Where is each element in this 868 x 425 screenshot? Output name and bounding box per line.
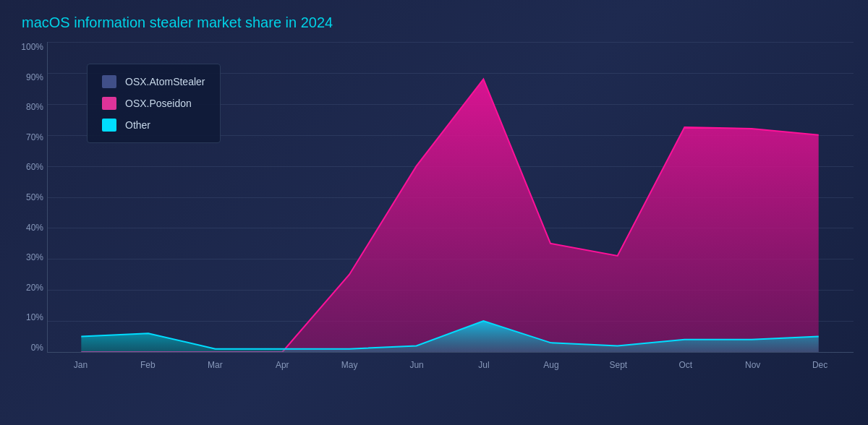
x-label-jan: Jan [47,360,114,370]
y-label-100: 100% [14,42,47,52]
chart-container: macOS information stealer market share i… [0,0,868,425]
legend-label-other: Other [125,119,150,131]
legend-item-other: Other [102,119,205,132]
x-label-jul: Jul [451,360,518,370]
y-label-20: 20% [14,283,47,293]
legend: OSX.AtomStealer OSX.Poseidon Other [87,64,221,143]
y-label-30: 30% [14,252,47,262]
legend-color-atom [102,75,116,88]
y-label-50: 50% [14,192,47,202]
x-axis: Jan Feb Mar Apr May Jun Jul Aug Sept Oct… [47,354,854,376]
legend-color-other [102,119,116,132]
legend-label-poseidon: OSX.Poseidon [125,98,192,109]
x-label-may: May [316,360,383,370]
x-label-nov: Nov [719,360,786,370]
legend-item-atom: OSX.AtomStealer [102,75,205,88]
y-label-90: 90% [14,72,47,82]
x-label-mar: Mar [182,360,249,370]
x-label-jun: Jun [383,360,451,370]
x-label-feb: Feb [114,360,182,370]
x-label-aug: Aug [517,360,584,370]
legend-item-poseidon: OSX.Poseidon [102,97,205,110]
y-label-60: 60% [14,162,47,172]
x-label-sept: Sept [584,360,652,370]
y-label-10: 10% [14,312,47,322]
x-label-dec: Dec [786,360,854,370]
y-label-80: 80% [14,102,47,112]
legend-color-poseidon [102,97,116,110]
y-axis: 100% 90% 80% 70% 60% 50% 40% 30% 20% 10%… [14,42,47,353]
chart-area: 100% 90% 80% 70% 60% 50% 40% 30% 20% 10%… [14,42,854,396]
legend-label-atom: OSX.AtomStealer [125,76,205,87]
y-label-40: 40% [14,223,47,233]
y-label-70: 70% [14,132,47,142]
x-label-oct: Oct [652,360,719,370]
chart-title: macOS information stealer market share i… [22,14,854,31]
x-label-apr: Apr [249,360,316,370]
y-label-0: 0% [14,343,47,353]
